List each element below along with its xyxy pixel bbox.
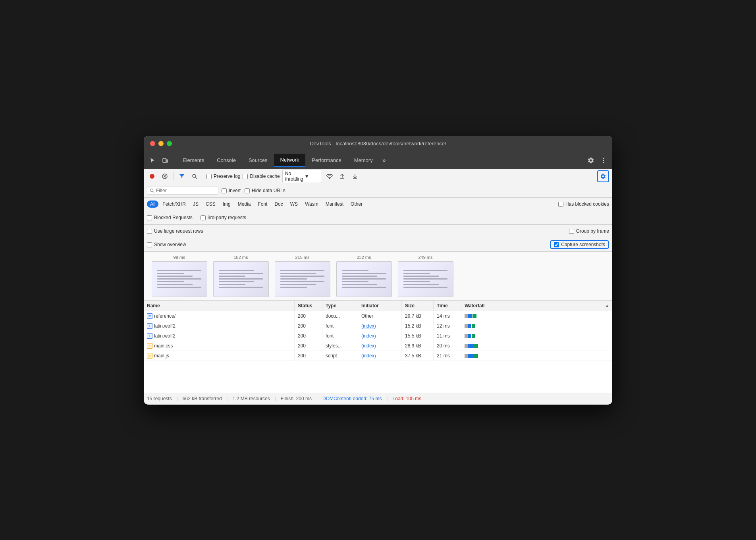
screenshot-time-0: 99 ms <box>174 255 185 260</box>
show-overview-checkbox[interactable] <box>147 242 152 247</box>
hide-data-urls-checkbox[interactable] <box>245 188 250 193</box>
type-manifest[interactable]: Manifest <box>322 201 347 208</box>
table-row[interactable]: T latin.woff2 200 font (index) 15.5 kB 1… <box>144 331 612 341</box>
initiator-link-4[interactable]: (index) <box>361 353 376 359</box>
opt-row-1: Blocked Requests 3rd-party requests <box>147 215 246 220</box>
th-size[interactable]: Size <box>402 301 434 311</box>
has-blocked-cookies-checkbox[interactable] <box>558 202 563 207</box>
group-by-frame-checkbox[interactable] <box>569 229 574 234</box>
js-icon: js <box>147 353 152 359</box>
table-row[interactable]: # main.css 200 styles... (index) 28.9 kB… <box>144 341 612 351</box>
group-by-frame-label[interactable]: Group by frame <box>569 228 609 234</box>
opt-row-2: Use large request rows <box>147 228 203 234</box>
options-bar-row2: Use large request rows Group by frame <box>144 225 612 238</box>
initiator-link-2[interactable]: (index) <box>361 333 376 339</box>
type-font[interactable]: Font <box>255 201 270 208</box>
invert-checkbox[interactable] <box>222 188 227 193</box>
type-other[interactable]: Other <box>347 201 366 208</box>
svg-rect-0 <box>163 158 166 162</box>
download-icon-button[interactable] <box>350 171 360 181</box>
filter-input[interactable] <box>156 188 216 193</box>
requests-count: 15 requests <box>147 396 172 401</box>
th-initiator[interactable]: Initiator <box>358 301 402 311</box>
filter-icon-button[interactable] <box>177 171 187 181</box>
type-fetch-xhr[interactable]: Fetch/XHR <box>159 201 189 208</box>
blocked-requests-checkbox[interactable] <box>147 215 152 220</box>
th-type[interactable]: Type <box>322 301 358 311</box>
tab-memory[interactable]: Memory <box>348 154 379 166</box>
svg-line-10 <box>195 177 197 179</box>
has-blocked-cookies-label[interactable]: Has blocked cookies <box>558 201 609 207</box>
upload-icon-button[interactable] <box>337 171 347 181</box>
filter-search-icon <box>150 188 154 193</box>
screenshot-1[interactable]: 182 ms <box>210 255 272 297</box>
blocked-requests-label[interactable]: Blocked Requests <box>147 215 193 220</box>
type-doc[interactable]: Doc <box>271 201 286 208</box>
type-filter-bar: All Fetch/XHR JS CSS Img Media Font Doc … <box>144 198 612 211</box>
invert-label[interactable]: Invert <box>222 188 241 193</box>
table-row[interactable]: T latin.woff2 200 font (index) 15.2 kB 1… <box>144 321 612 331</box>
cursor-icon[interactable] <box>147 155 158 166</box>
td-size-1: 15.2 kB <box>402 321 434 331</box>
disable-cache-label[interactable]: Disable cache <box>243 174 280 179</box>
type-media[interactable]: Media <box>235 201 254 208</box>
td-waterfall-2 <box>461 331 612 341</box>
device-icon[interactable] <box>160 155 171 166</box>
tab-elements[interactable]: Elements <box>176 154 210 166</box>
preserve-log-label[interactable]: Preserve log <box>206 174 240 179</box>
screenshot-0[interactable]: 99 ms <box>148 255 210 297</box>
tab-more[interactable]: » <box>379 154 389 167</box>
th-waterfall[interactable]: Waterfall ▲ <box>461 301 612 311</box>
td-initiator-2: (index) <box>358 331 402 341</box>
third-party-checkbox[interactable] <box>201 215 206 220</box>
type-all[interactable]: All <box>147 201 158 208</box>
th-time[interactable]: Time <box>434 301 461 311</box>
th-status[interactable]: Status <box>295 301 322 311</box>
type-ws[interactable]: WS <box>287 201 301 208</box>
table-row[interactable]: ≡ reference/ 200 docu... Other 29.7 kB 1… <box>144 311 612 321</box>
capture-screenshots-label[interactable]: Capture screenshots <box>554 242 605 247</box>
type-wasm[interactable]: Wasm <box>302 201 322 208</box>
screenshot-time-1: 182 ms <box>233 255 248 260</box>
network-settings-button[interactable] <box>597 170 609 182</box>
separator-1 <box>173 172 174 180</box>
tab-network[interactable]: Network <box>274 154 306 167</box>
table-row[interactable]: js main.js 200 script (index) 37.5 kB 21… <box>144 351 612 361</box>
hide-data-urls-label[interactable]: Hide data URLs <box>245 188 285 193</box>
record-button[interactable] <box>147 171 157 181</box>
maximize-button[interactable] <box>167 141 172 146</box>
third-party-label[interactable]: 3rd-party requests <box>201 215 246 220</box>
clear-button[interactable] <box>160 171 170 181</box>
type-css[interactable]: CSS <box>202 201 219 208</box>
disable-cache-checkbox[interactable] <box>243 174 248 179</box>
type-img[interactable]: Img <box>220 201 234 208</box>
capture-screenshots-checkbox[interactable] <box>554 242 559 247</box>
initiator-link-1[interactable]: (index) <box>361 323 376 329</box>
th-name[interactable]: Name <box>144 301 295 311</box>
type-js[interactable]: JS <box>190 201 202 208</box>
td-initiator-0: Other <box>358 311 402 321</box>
show-overview-label[interactable]: Show overview <box>147 242 186 247</box>
throttle-select[interactable]: No throttling ▼ <box>282 170 322 183</box>
screenshot-2[interactable]: 215 ms <box>272 255 333 297</box>
tab-sources[interactable]: Sources <box>242 154 274 166</box>
td-initiator-3: (index) <box>358 341 402 351</box>
filter-bar: Invert Hide data URLs <box>144 184 612 198</box>
search-button[interactable] <box>189 171 200 181</box>
large-rows-label[interactable]: Use large request rows <box>147 228 203 234</box>
more-options-icon[interactable] <box>598 155 609 166</box>
large-rows-checkbox[interactable] <box>147 229 152 234</box>
tab-console[interactable]: Console <box>210 154 242 166</box>
minimize-button[interactable] <box>158 141 164 146</box>
screenshot-3[interactable]: 232 ms <box>333 255 395 297</box>
initiator-link-3[interactable]: (index) <box>361 343 376 349</box>
preserve-log-checkbox[interactable] <box>206 174 212 179</box>
wifi-icon-button[interactable] <box>324 171 335 181</box>
devtools-body: Elements Console Sources Network Perform… <box>144 152 612 405</box>
settings-icon[interactable] <box>585 155 596 166</box>
screenshot-thumb-0 <box>152 261 207 297</box>
close-button[interactable] <box>150 141 155 146</box>
screenshot-4[interactable]: 249 ms <box>395 255 456 297</box>
td-time-2: 11 ms <box>434 331 461 341</box>
tab-performance[interactable]: Performance <box>305 154 347 166</box>
